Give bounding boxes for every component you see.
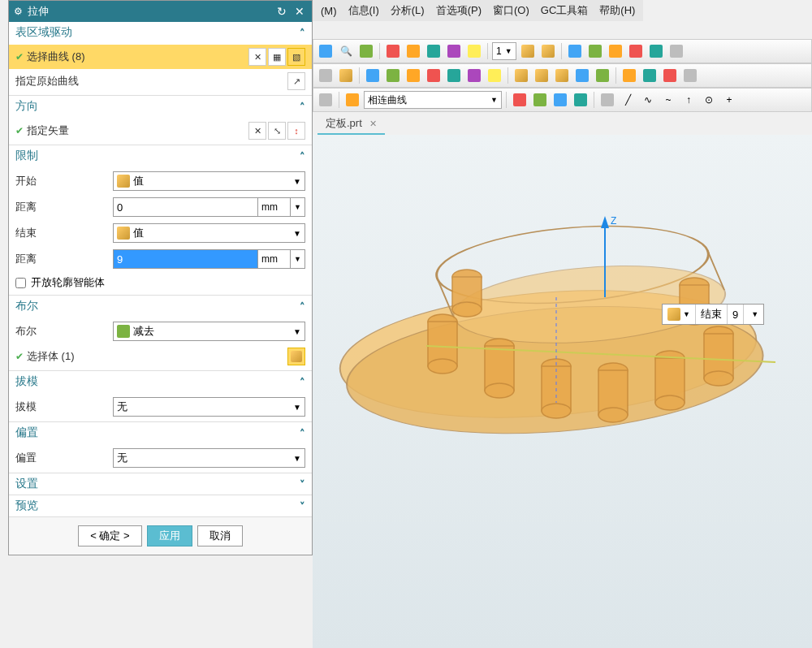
viewport-3d[interactable]: Z bbox=[313, 135, 812, 648]
tool-icon[interactable]: ∿ bbox=[639, 91, 657, 109]
tool-icon[interactable] bbox=[519, 42, 537, 60]
menu-gctoolbox[interactable]: GC工具箱 bbox=[541, 3, 589, 18]
end-distance-input[interactable] bbox=[113, 249, 258, 269]
tool-icon[interactable] bbox=[384, 42, 402, 60]
tool-icon[interactable]: ⊙ bbox=[700, 91, 718, 109]
tool-icon[interactable] bbox=[317, 42, 335, 60]
section-region[interactable]: 表区域驱动˄ bbox=[9, 22, 312, 43]
tool-icon[interactable] bbox=[572, 91, 590, 109]
tool-icon[interactable] bbox=[486, 67, 503, 84]
tool-icon[interactable] bbox=[445, 67, 463, 84]
tool-icon[interactable] bbox=[531, 91, 549, 109]
tool-icon[interactable] bbox=[445, 42, 463, 60]
float-cube-icon[interactable]: ▼ bbox=[663, 305, 696, 324]
open-profile-checkbox[interactable] bbox=[15, 278, 26, 288]
vector-row[interactable]: ✔ 指定矢量 ✕ ⤡ ↕ bbox=[9, 119, 312, 143]
tool-icon[interactable] bbox=[404, 67, 422, 84]
draft-mode-combo[interactable]: 无 ▼ bbox=[113, 397, 305, 417]
section-boolean[interactable]: 布尔˄ bbox=[9, 295, 312, 317]
section-direction[interactable]: 方向˄ bbox=[9, 95, 312, 117]
close-icon[interactable]: ✕ bbox=[292, 4, 307, 19]
tool-icon[interactable] bbox=[594, 67, 611, 84]
floating-end-input[interactable]: ▼ 结束 9 ▼ bbox=[662, 304, 764, 325]
curve-sketch-icon[interactable]: ▧ bbox=[287, 48, 305, 66]
tool-icon[interactable] bbox=[384, 67, 402, 84]
tool-icon[interactable] bbox=[586, 42, 604, 60]
tool-icon[interactable] bbox=[511, 91, 529, 109]
orig-curve-icon[interactable]: ↗ bbox=[287, 72, 305, 90]
tool-icon[interactable] bbox=[681, 67, 699, 84]
vector-opt1-icon[interactable]: ✕ bbox=[248, 122, 266, 140]
gear-icon[interactable]: ⚙ bbox=[14, 6, 23, 17]
tool-icon[interactable] bbox=[598, 91, 616, 109]
tool-icon[interactable] bbox=[539, 42, 557, 60]
menu-help[interactable]: 帮助(H) bbox=[599, 3, 635, 18]
dialog-titlebar[interactable]: ⚙ 拉伸 ↻ ✕ bbox=[9, 1, 312, 22]
menu-m[interactable]: (M) bbox=[321, 5, 337, 17]
curve-opt1-icon[interactable]: ✕ bbox=[248, 48, 266, 66]
select-curve-row[interactable]: ✔ 选择曲线 (8) ✕ ▦ ▧ bbox=[9, 45, 312, 69]
curve-opt2-icon[interactable]: ▦ bbox=[268, 48, 286, 66]
tool-icon[interactable] bbox=[465, 67, 483, 84]
start-distance-input[interactable] bbox=[113, 197, 258, 217]
tool-icon[interactable] bbox=[551, 91, 569, 109]
close-tab-icon[interactable]: ✕ bbox=[369, 119, 377, 128]
tool-icon[interactable] bbox=[317, 67, 335, 84]
tool-icon[interactable] bbox=[343, 91, 361, 109]
menu-analysis[interactable]: 分析(L) bbox=[391, 3, 425, 18]
ok-button[interactable]: < 确定 > bbox=[78, 525, 141, 546]
body-icon[interactable] bbox=[287, 348, 305, 365]
tool-icon[interactable] bbox=[364, 67, 382, 84]
section-preview[interactable]: 预览˅ bbox=[9, 495, 312, 516]
tool-icon[interactable] bbox=[317, 91, 335, 109]
tool-icon[interactable]: ╱ bbox=[619, 91, 637, 109]
menu-prefs[interactable]: 首选项(P) bbox=[436, 3, 482, 18]
tool-icon[interactable]: 🔍 bbox=[337, 42, 355, 60]
tool-icon[interactable] bbox=[641, 67, 659, 84]
section-draft[interactable]: 拔模˄ bbox=[9, 370, 312, 392]
menu-window[interactable]: 窗口(O) bbox=[493, 3, 529, 18]
section-limits[interactable]: 限制˄ bbox=[9, 145, 312, 166]
float-value[interactable]: 9 bbox=[728, 305, 744, 324]
select-body-row[interactable]: ✔ 选择体 (1) bbox=[9, 344, 312, 369]
tool-icon[interactable]: ↑ bbox=[680, 91, 698, 109]
tool-icon[interactable] bbox=[553, 67, 571, 84]
tool-icon[interactable]: + bbox=[720, 91, 738, 109]
tool-icon[interactable] bbox=[404, 42, 422, 60]
end-dist-dd[interactable]: ▼ bbox=[291, 249, 305, 269]
apply-button[interactable]: 应用 bbox=[147, 525, 192, 546]
cancel-button[interactable]: 取消 bbox=[197, 525, 243, 546]
tool-icon[interactable] bbox=[647, 42, 665, 60]
vector-opt3-icon[interactable]: ↕ bbox=[287, 122, 305, 140]
float-dropdown-icon[interactable]: ▼ bbox=[744, 305, 763, 324]
start-dist-dd[interactable]: ▼ bbox=[291, 197, 305, 217]
tool-icon[interactable] bbox=[425, 67, 443, 84]
tool-icon[interactable] bbox=[620, 67, 638, 84]
tool-icon[interactable] bbox=[607, 42, 624, 60]
tool-icon[interactable] bbox=[512, 67, 530, 84]
end-mode-combo[interactable]: 值 ▼ bbox=[113, 223, 305, 243]
bool-mode-combo[interactable]: 减去 ▼ bbox=[113, 322, 305, 341]
section-offset[interactable]: 偏置˄ bbox=[9, 421, 312, 443]
reset-icon[interactable]: ↻ bbox=[274, 4, 289, 19]
section-settings[interactable]: 设置˅ bbox=[9, 473, 312, 495]
tool-icon[interactable] bbox=[533, 67, 551, 84]
orig-curve-row[interactable]: 指定原始曲线 ↗ bbox=[9, 69, 312, 93]
offset-mode-combo[interactable]: 无 ▼ bbox=[113, 448, 305, 468]
curve-mode-combo[interactable]: 相连曲线▼ bbox=[364, 91, 502, 109]
tool-icon[interactable] bbox=[357, 42, 375, 60]
tool-icon[interactable] bbox=[566, 42, 584, 60]
tool-icon[interactable] bbox=[573, 67, 591, 84]
menu-info[interactable]: 信息(I) bbox=[348, 3, 379, 18]
tool-icon[interactable] bbox=[465, 42, 483, 60]
tool-icon[interactable] bbox=[667, 42, 685, 60]
start-mode-combo[interactable]: 值 ▼ bbox=[113, 171, 305, 191]
file-tab[interactable]: 定板.prt ✕ bbox=[317, 114, 385, 135]
tool-icon[interactable] bbox=[425, 42, 443, 60]
tool-icon[interactable] bbox=[337, 67, 355, 84]
tool-combo-1[interactable]: 1▼ bbox=[492, 42, 516, 60]
tool-icon[interactable] bbox=[661, 67, 679, 84]
vector-opt2-icon[interactable]: ⤡ bbox=[268, 122, 286, 140]
tool-icon[interactable]: ~ bbox=[659, 91, 677, 109]
tool-icon[interactable] bbox=[627, 42, 645, 60]
